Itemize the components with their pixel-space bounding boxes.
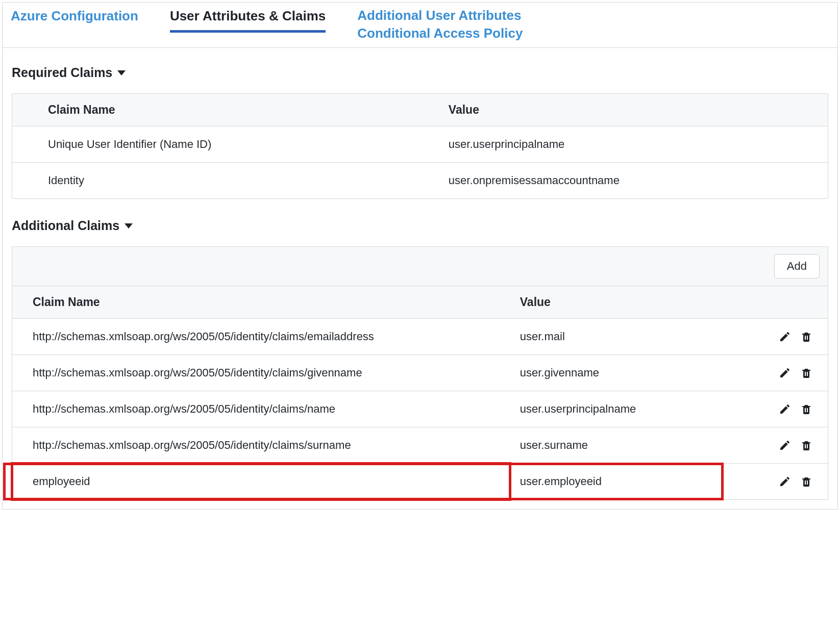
column-header-value: Value	[510, 286, 730, 319]
edit-icon[interactable]	[779, 367, 791, 379]
page-container: Azure Configuration User Attributes & Cl…	[2, 2, 838, 510]
actions-cell	[730, 319, 828, 355]
caret-down-icon	[125, 223, 133, 229]
add-button[interactable]: Add	[774, 254, 820, 278]
actions-cell	[730, 355, 828, 391]
table-row: employeeiduser.employeeid	[12, 464, 828, 500]
actions-cell	[730, 391, 828, 427]
tab-additional-line1: Additional User Attributes	[357, 7, 523, 24]
tab-additional-line2: Conditional Access Policy	[357, 24, 523, 42]
claim-value-cell: user.mail	[510, 319, 730, 355]
tab-user-attributes-claims[interactable]: User Attributes & Claims	[170, 7, 326, 33]
column-header-claim-name: Claim Name	[12, 94, 438, 126]
table-row: http://schemas.xmlsoap.org/ws/2005/05/id…	[12, 319, 828, 355]
delete-icon[interactable]	[800, 331, 812, 343]
edit-icon[interactable]	[779, 331, 791, 343]
caret-down-icon	[117, 70, 126, 75]
claim-name-cell: http://schemas.xmlsoap.org/ws/2005/05/id…	[12, 391, 510, 427]
claim-value-cell: user.employeeid	[510, 464, 730, 500]
actions-cell	[730, 427, 828, 464]
column-header-value: Value	[438, 94, 828, 126]
claim-name-cell: Unique User Identifier (Name ID)	[12, 126, 438, 163]
delete-icon[interactable]	[800, 439, 812, 451]
additional-claims-header[interactable]: Additional Claims	[12, 218, 828, 233]
claim-name-cell: Identity	[12, 163, 438, 199]
edit-icon[interactable]	[779, 475, 791, 488]
required-claims-table: Claim Name Value Unique User Identifier …	[12, 93, 828, 199]
required-claims-header[interactable]: Required Claims	[12, 65, 828, 80]
delete-icon[interactable]	[800, 367, 812, 379]
table-row: Identityuser.onpremisessamaccountname	[12, 163, 828, 199]
column-header-actions	[730, 286, 828, 319]
claim-name-cell: http://schemas.xmlsoap.org/ws/2005/05/id…	[12, 355, 510, 391]
claim-value-cell: user.givenname	[510, 355, 730, 391]
claim-name-cell: http://schemas.xmlsoap.org/ws/2005/05/id…	[12, 319, 510, 355]
additional-claims-label: Additional Claims	[12, 218, 119, 233]
tab-additional-conditional[interactable]: Additional User Attributes Conditional A…	[357, 7, 523, 47]
additional-claims-container: Add Claim Name Value http://schemas.xmls…	[12, 246, 828, 500]
delete-icon[interactable]	[800, 403, 812, 415]
claim-value-cell: user.userprincipalname	[438, 126, 828, 163]
additional-claims-table: Claim Name Value http://schemas.xmlsoap.…	[12, 286, 828, 499]
claim-value-cell: user.onpremisessamaccountname	[438, 163, 828, 199]
table-row: http://schemas.xmlsoap.org/ws/2005/05/id…	[12, 427, 828, 464]
add-button-row: Add	[12, 247, 828, 286]
actions-cell	[730, 464, 828, 500]
claim-value-cell: user.userprincipalname	[510, 391, 730, 427]
table-row: http://schemas.xmlsoap.org/ws/2005/05/id…	[12, 355, 828, 391]
tab-bar: Azure Configuration User Attributes & Cl…	[3, 3, 837, 48]
edit-icon[interactable]	[779, 403, 791, 415]
tab-azure-configuration[interactable]: Azure Configuration	[11, 7, 138, 30]
table-row: Unique User Identifier (Name ID)user.use…	[12, 126, 828, 163]
required-claims-label: Required Claims	[12, 65, 112, 80]
table-row: http://schemas.xmlsoap.org/ws/2005/05/id…	[12, 391, 828, 427]
claim-name-cell: http://schemas.xmlsoap.org/ws/2005/05/id…	[12, 427, 510, 464]
edit-icon[interactable]	[779, 439, 791, 451]
delete-icon[interactable]	[800, 475, 812, 488]
content-area: Required Claims Claim Name Value Unique …	[3, 48, 837, 509]
claim-value-cell: user.surname	[510, 427, 730, 464]
column-header-claim-name: Claim Name	[12, 286, 510, 319]
claim-name-cell: employeeid	[12, 464, 510, 500]
